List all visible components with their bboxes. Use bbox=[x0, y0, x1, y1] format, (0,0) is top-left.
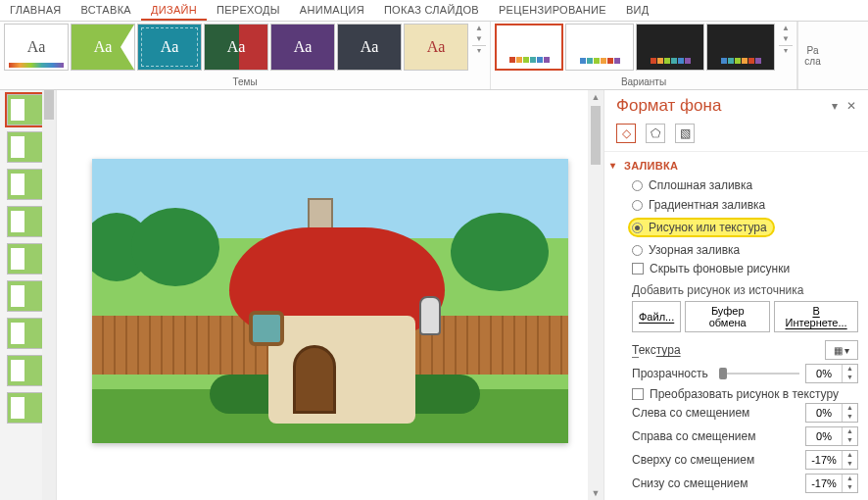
variants-more-icon[interactable]: ▾ bbox=[779, 45, 793, 55]
radio-solid-fill[interactable]: Сплошная заливка bbox=[632, 177, 858, 193]
file-button[interactable]: Файл... bbox=[632, 301, 681, 332]
variant-thumb[interactable] bbox=[495, 24, 563, 71]
radio-gradient-fill[interactable]: Градиентная заливка bbox=[632, 197, 858, 213]
online-button[interactable]: В Интернете... bbox=[774, 301, 858, 332]
tab-design[interactable]: ДИЗАЙН bbox=[141, 0, 207, 21]
variants-more-icon[interactable]: ▼ bbox=[779, 34, 793, 43]
themes-group-label: Темы bbox=[4, 75, 486, 89]
picture-mode-icon[interactable]: ▧ bbox=[675, 124, 695, 143]
offset-bottom-spin[interactable]: ▲▼ bbox=[805, 474, 858, 493]
tab-animation[interactable]: АНИМАЦИЯ bbox=[290, 0, 374, 21]
editor-scrollbar[interactable]: ▲ ▼ bbox=[588, 90, 603, 500]
theme-thumb[interactable]: Aa bbox=[270, 24, 335, 71]
variant-thumb[interactable] bbox=[565, 24, 634, 71]
variant-thumb[interactable] bbox=[706, 24, 775, 71]
theme-thumb[interactable]: Aa bbox=[4, 24, 69, 71]
ribbon-right-stub: Ра сла bbox=[797, 22, 827, 89]
theme-thumb[interactable]: Aa bbox=[404, 24, 468, 71]
ribbon-body: Aa Aa Aa Aa Aa Aa Aa ▲ ▼ ▾ Темы ▲ ▼ ▾ bbox=[0, 22, 868, 90]
tab-transitions[interactable]: ПЕРЕХОДЫ bbox=[207, 0, 290, 21]
tab-home[interactable]: ГЛАВНАЯ bbox=[0, 0, 72, 21]
offset-left-spin[interactable]: ▲▼ bbox=[805, 403, 858, 423]
transparency-label: Прозрачность bbox=[632, 367, 713, 380]
section-fill[interactable]: ЗАЛИВКА bbox=[604, 152, 868, 177]
texture-dropdown[interactable]: ▦ ▾ bbox=[825, 340, 858, 360]
offset-top-label: Сверху со смещением bbox=[632, 453, 799, 467]
scroll-down-icon[interactable]: ▼ bbox=[590, 486, 602, 500]
offset-right-label: Справа со смещением bbox=[632, 429, 799, 443]
slide-canvas[interactable] bbox=[92, 159, 568, 443]
tab-insert[interactable]: ВСТАВКА bbox=[72, 0, 141, 21]
themes-more-icon[interactable]: ▲ bbox=[472, 24, 486, 32]
slide-editor: ▲ ▼ bbox=[57, 90, 603, 500]
variants-group-label: Варианты bbox=[495, 75, 793, 89]
format-background-pane: Формат фона ▾ ✕ ◇ ⬠ ▧ ЗАЛИВКА Сплошная з… bbox=[603, 90, 868, 500]
dropdown-icon[interactable]: ▾ bbox=[828, 99, 842, 113]
texture-label: Текстура bbox=[632, 343, 819, 357]
themes-more-icon[interactable]: ▼ bbox=[472, 34, 486, 43]
workspace: ▲ ▼ Формат фона ▾ ✕ ◇ ⬠ ▧ ЗАЛИВКА Сплошн… bbox=[0, 90, 868, 500]
transparency-slider[interactable] bbox=[719, 366, 800, 381]
radio-pattern-fill[interactable]: Узорная заливка bbox=[632, 242, 858, 258]
variant-thumb[interactable] bbox=[636, 24, 704, 71]
tab-slideshow[interactable]: ПОКАЗ СЛАЙДОВ bbox=[374, 0, 489, 21]
thumbnail-scrollbar[interactable] bbox=[42, 90, 56, 500]
checkbox-hide-background[interactable]: Скрыть фоновые рисунки bbox=[632, 262, 858, 275]
offset-bottom-label: Снизу со смещением bbox=[632, 476, 799, 490]
tab-review[interactable]: РЕЦЕНЗИРОВАНИЕ bbox=[489, 0, 616, 21]
effects-mode-icon[interactable]: ⬠ bbox=[646, 124, 665, 143]
variants-more-icon[interactable]: ▲ bbox=[779, 24, 793, 32]
offset-top-spin[interactable]: ▲▼ bbox=[805, 450, 858, 470]
theme-thumb[interactable]: Aa bbox=[204, 24, 268, 71]
pane-title: Формат фона bbox=[616, 96, 721, 116]
clipboard-button[interactable]: Буфер обмена bbox=[685, 301, 770, 332]
transparency-spin[interactable]: ▲▼ bbox=[805, 364, 858, 383]
fill-mode-icon[interactable]: ◇ bbox=[616, 124, 636, 143]
insert-from-label: Добавить рисунок из источника bbox=[604, 275, 868, 301]
themes-more-icon[interactable]: ▾ bbox=[472, 45, 486, 55]
offset-left-label: Слева со смещением bbox=[632, 406, 799, 420]
theme-thumb[interactable]: Aa bbox=[137, 24, 202, 71]
offset-right-spin[interactable]: ▲▼ bbox=[805, 426, 858, 446]
scroll-up-icon[interactable]: ▲ bbox=[590, 90, 602, 104]
checkbox-tile-picture[interactable]: Преобразовать рисунок в текстуру bbox=[632, 387, 858, 401]
theme-thumb[interactable]: Aa bbox=[337, 24, 402, 71]
slide-thumbnail-rail bbox=[0, 90, 57, 500]
radio-picture-fill[interactable]: Рисунок или текстура bbox=[632, 217, 858, 238]
ribbon-tabs: ГЛАВНАЯ ВСТАВКА ДИЗАЙН ПЕРЕХОДЫ АНИМАЦИЯ… bbox=[0, 0, 868, 22]
tab-view[interactable]: ВИД bbox=[616, 0, 659, 21]
theme-thumb[interactable]: Aa bbox=[71, 24, 135, 71]
close-icon[interactable]: ✕ bbox=[844, 99, 858, 113]
